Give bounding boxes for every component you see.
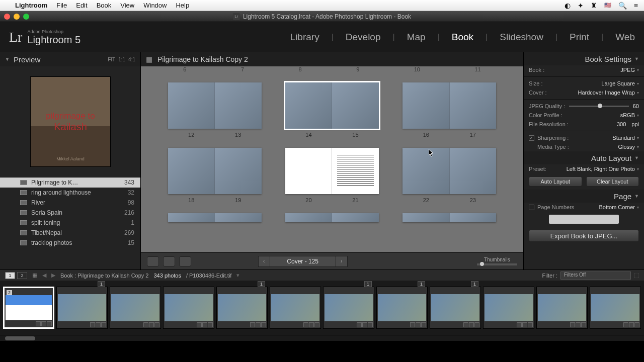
nav-fwd-icon[interactable]: ▶: [51, 272, 55, 279]
book-spread[interactable]: 1213: [168, 82, 262, 138]
module-print[interactable]: Print: [570, 32, 589, 43]
filmstrip-thumb[interactable]: 2: [3, 287, 54, 329]
filmstrip-scrollbar[interactable]: [0, 335, 644, 341]
source-path[interactable]: Book : Pilgrimage to Kailash Copy 2: [60, 273, 148, 279]
checkbox-icon[interactable]: ✓: [529, 135, 534, 141]
filmstrip-thumb[interactable]: [270, 287, 321, 329]
setting-preset[interactable]: Preset:Left Blank, Right One Photo▾: [524, 164, 644, 173]
collection-row[interactable]: Tibet/Nepal269: [0, 228, 140, 238]
spotlight-icon[interactable]: 🔍: [618, 2, 627, 10]
preview-header[interactable]: ▼ Preview FIT 1:1 4:1: [0, 52, 140, 66]
fit-mode[interactable]: 1:1: [118, 57, 125, 62]
collection-row[interactable]: Soria Spain216: [0, 208, 140, 218]
book-spread[interactable]: 2021: [285, 148, 379, 203]
fit-mode[interactable]: 4:1: [128, 57, 135, 62]
photo-count: 343 photos: [153, 273, 181, 279]
lr-logo-main: Lightroom 5: [27, 34, 80, 46]
collection-count: 216: [124, 209, 134, 216]
collection-row[interactable]: River98: [0, 198, 140, 208]
page-header[interactable]: Page▼: [524, 190, 644, 203]
filmstrip-thumb[interactable]: [536, 287, 588, 329]
menu-app[interactable]: Lightroom: [15, 2, 47, 9]
auto-layout-header[interactable]: Auto Layout▼: [524, 151, 644, 164]
collection-row[interactable]: split toning1: [0, 218, 140, 228]
setting-media-type[interactable]: Media Type :Glossy▾: [524, 142, 644, 151]
collection-icon: [20, 240, 27, 245]
page-bg-swatch[interactable]: [549, 215, 619, 224]
minimize-icon[interactable]: [14, 14, 20, 20]
menu-icon[interactable]: ≡: [634, 2, 638, 10]
menu-help[interactable]: Help: [176, 2, 189, 9]
module-slideshow[interactable]: Slideshow: [500, 32, 543, 43]
book-spread[interactable]: [403, 213, 496, 222]
filmstrip-thumb[interactable]: 1: [430, 287, 481, 329]
book-settings-header[interactable]: Book Settings▼: [524, 52, 644, 65]
screen-2[interactable]: 2: [17, 272, 27, 279]
menu-edit[interactable]: Edit: [76, 2, 87, 9]
filmstrip-thumb[interactable]: [163, 287, 214, 329]
filmstrip-thumb[interactable]: 1: [216, 287, 268, 329]
status-icon[interactable]: ✦: [578, 2, 584, 10]
module-map[interactable]: Map: [407, 32, 426, 43]
zoom-icon[interactable]: [23, 14, 29, 20]
close-icon[interactable]: [4, 14, 10, 20]
page-number: 16: [423, 132, 429, 138]
fit-mode[interactable]: FIT: [108, 57, 115, 62]
book-spread[interactable]: 2223: [403, 148, 496, 203]
setting-color-profile[interactable]: Color Profile :sRGB▾: [524, 111, 644, 120]
module-book[interactable]: Book: [452, 32, 473, 43]
lr-logo-small: Adobe Photoshop: [27, 29, 80, 34]
book-cover-preview[interactable]: pilgrimage to Kailash Mikkel Aaland: [30, 76, 111, 167]
book-spread[interactable]: 1819: [168, 148, 262, 203]
view-spread-button[interactable]: [163, 256, 175, 266]
book-spread[interactable]: 1617: [403, 82, 496, 138]
export-button[interactable]: Export Book to JPEG...: [529, 230, 639, 242]
filmstrip-thumb[interactable]: [483, 287, 534, 329]
checkbox-icon[interactable]: [529, 205, 534, 210]
setting-book[interactable]: Book :JPEG▾: [524, 65, 644, 74]
book-spread[interactable]: [168, 213, 262, 222]
view-single-button[interactable]: [179, 256, 191, 266]
book-spread[interactable]: [285, 213, 379, 222]
book-spread[interactable]: 1415: [285, 82, 379, 138]
module-library[interactable]: Library: [290, 32, 319, 43]
grid-toggle-icon[interactable]: ▦: [32, 272, 37, 279]
filter-lock-icon[interactable]: ⬚: [634, 272, 639, 279]
auto-layout-button[interactable]: Auto Layout: [529, 176, 582, 187]
collection-row[interactable]: Pilgrimage to K…343: [0, 177, 140, 188]
setting-file-resolution[interactable]: File Resolution :300 ppi: [524, 120, 644, 129]
clear-layout-button[interactable]: Clear Layout: [586, 176, 639, 187]
filmstrip-thumb[interactable]: 1: [376, 287, 428, 329]
flag-icon[interactable]: 🇺🇸: [604, 2, 611, 9]
setting-jpeg-quality[interactable]: JPEG Quality :60: [524, 102, 644, 111]
setting-size[interactable]: Size :Large Square▾: [524, 79, 644, 88]
collection-row[interactable]: tracklog photos15: [0, 238, 140, 248]
view-grid-button[interactable]: [147, 256, 159, 266]
prev-page-button[interactable]: ‹: [258, 256, 270, 267]
setting-cover[interactable]: Cover :Hardcover Image Wrap▾: [524, 88, 644, 97]
collection-row[interactable]: ring around lighthouse32: [0, 188, 140, 198]
status-icon[interactable]: ◐: [565, 2, 571, 10]
menu-book[interactable]: Book: [97, 2, 112, 9]
module-develop[interactable]: Develop: [346, 32, 381, 43]
grid-icon[interactable]: ▦: [146, 55, 152, 63]
setting-page-numbers[interactable]: Page NumbersBottom Corner▾: [524, 203, 644, 212]
setting-sharpening[interactable]: ✓Sharpening :Standard▾: [524, 133, 644, 142]
screen-1[interactable]: 1: [5, 272, 15, 279]
nav-back-icon[interactable]: ◀: [42, 272, 46, 279]
menu-view[interactable]: View: [120, 2, 134, 9]
filmstrip-thumb[interactable]: [110, 287, 161, 329]
filmstrip-thumb[interactable]: [590, 287, 641, 329]
status-icon[interactable]: ♜: [591, 2, 597, 10]
menu-window[interactable]: Window: [143, 2, 167, 9]
module-web[interactable]: Web: [615, 32, 635, 43]
collection-name: tracklog photos: [31, 239, 72, 246]
menu-file[interactable]: File: [56, 2, 67, 9]
filmstrip-thumb[interactable]: 1: [323, 287, 374, 329]
thumbnail-size-slider[interactable]: Thumbnails: [477, 257, 517, 265]
filmstrip[interactable]: 211111: [0, 281, 644, 335]
collection-count: 1: [131, 219, 134, 226]
next-page-button[interactable]: ›: [336, 256, 348, 267]
filter-dropdown[interactable]: Filters Off: [560, 272, 631, 280]
filmstrip-thumb[interactable]: 1: [56, 287, 108, 329]
